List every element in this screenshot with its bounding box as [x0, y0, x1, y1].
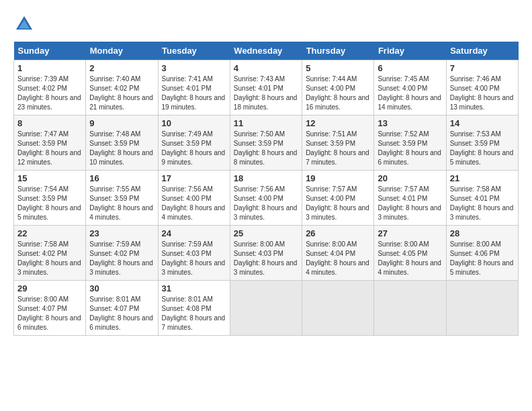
day-detail: Sunrise: 7:54 AMSunset: 3:59 PMDaylight:… [17, 185, 81, 221]
day-detail: Sunrise: 7:59 AMSunset: 4:03 PMDaylight:… [162, 240, 226, 276]
calendar-cell: 30 Sunrise: 8:01 AMSunset: 4:07 PMDaylig… [86, 281, 158, 336]
day-detail: Sunrise: 7:57 AMSunset: 4:00 PMDaylight:… [306, 185, 369, 221]
day-number: 3 [162, 63, 226, 73]
day-detail: Sunrise: 7:46 AMSunset: 4:00 PMDaylight:… [450, 75, 514, 111]
calendar-cell [302, 281, 374, 336]
day-detail: Sunrise: 7:58 AMSunset: 4:02 PMDaylight:… [17, 240, 81, 276]
day-detail: Sunrise: 7:44 AMSunset: 4:00 PMDaylight:… [306, 75, 369, 111]
day-detail: Sunrise: 7:45 AMSunset: 4:00 PMDaylight:… [378, 75, 441, 111]
day-detail: Sunrise: 7:48 AMSunset: 3:59 PMDaylight:… [89, 130, 153, 166]
day-number: 8 [17, 118, 82, 128]
calendar-cell: 5 Sunrise: 7:44 AMSunset: 4:00 PMDayligh… [302, 60, 374, 116]
day-number: 14 [450, 118, 515, 128]
day-detail: Sunrise: 8:01 AMSunset: 4:08 PMDaylight:… [162, 295, 226, 331]
calendar-cell: 2 Sunrise: 7:40 AMSunset: 4:02 PMDayligh… [86, 60, 158, 116]
day-detail: Sunrise: 7:55 AMSunset: 3:59 PMDaylight:… [89, 185, 153, 221]
calendar-cell: 26 Sunrise: 8:00 AMSunset: 4:04 PMDaylig… [302, 226, 374, 281]
calendar-cell: 27 Sunrise: 8:00 AMSunset: 4:05 PMDaylig… [374, 226, 446, 281]
day-number: 4 [234, 63, 298, 73]
day-number: 17 [162, 173, 226, 183]
day-detail: Sunrise: 7:56 AMSunset: 4:00 PMDaylight:… [162, 185, 226, 221]
day-header-wednesday: Wednesday [230, 42, 302, 60]
day-number: 29 [17, 283, 82, 293]
day-header-thursday: Thursday [302, 42, 374, 60]
calendar-cell: 28 Sunrise: 8:00 AMSunset: 4:06 PMDaylig… [446, 226, 518, 281]
day-detail: Sunrise: 7:59 AMSunset: 4:02 PMDaylight:… [89, 240, 153, 276]
day-number: 26 [306, 228, 370, 238]
day-detail: Sunrise: 7:52 AMSunset: 3:59 PMDaylight:… [378, 130, 441, 166]
logo [13, 13, 38, 35]
calendar-cell: 8 Sunrise: 7:47 AMSunset: 3:59 PMDayligh… [14, 116, 86, 171]
day-number: 21 [450, 173, 515, 183]
day-detail: Sunrise: 8:00 AMSunset: 4:03 PMDaylight:… [234, 240, 298, 276]
day-number: 27 [378, 228, 442, 238]
page-header [13, 13, 519, 35]
calendar-cell: 16 Sunrise: 7:55 AMSunset: 3:59 PMDaylig… [86, 171, 158, 226]
day-detail: Sunrise: 8:01 AMSunset: 4:07 PMDaylight:… [89, 295, 153, 331]
calendar-week-row: 15 Sunrise: 7:54 AMSunset: 3:59 PMDaylig… [14, 171, 519, 226]
calendar-cell: 24 Sunrise: 7:59 AMSunset: 4:03 PMDaylig… [158, 226, 230, 281]
day-number: 9 [89, 118, 154, 128]
day-detail: Sunrise: 7:39 AMSunset: 4:02 PMDaylight:… [17, 75, 81, 111]
calendar-cell: 7 Sunrise: 7:46 AMSunset: 4:00 PMDayligh… [446, 60, 518, 116]
day-number: 20 [378, 173, 442, 183]
calendar-cell [230, 281, 302, 336]
day-number: 28 [450, 228, 515, 238]
calendar-cell: 21 Sunrise: 7:58 AMSunset: 4:01 PMDaylig… [446, 171, 518, 226]
calendar-cell: 23 Sunrise: 7:59 AMSunset: 4:02 PMDaylig… [86, 226, 158, 281]
calendar-week-row: 29 Sunrise: 8:00 AMSunset: 4:07 PMDaylig… [14, 281, 519, 336]
day-header-monday: Monday [86, 42, 158, 60]
day-number: 22 [17, 228, 82, 238]
day-number: 25 [234, 228, 298, 238]
day-number: 23 [89, 228, 154, 238]
day-number: 12 [306, 118, 370, 128]
calendar-week-row: 8 Sunrise: 7:47 AMSunset: 3:59 PMDayligh… [14, 116, 519, 171]
calendar-week-row: 1 Sunrise: 7:39 AMSunset: 4:02 PMDayligh… [14, 60, 519, 116]
calendar-cell: 29 Sunrise: 8:00 AMSunset: 4:07 PMDaylig… [14, 281, 86, 336]
day-detail: Sunrise: 7:41 AMSunset: 4:01 PMDaylight:… [162, 75, 226, 111]
day-detail: Sunrise: 7:47 AMSunset: 3:59 PMDaylight:… [17, 130, 81, 166]
day-number: 11 [234, 118, 298, 128]
calendar-cell: 14 Sunrise: 7:53 AMSunset: 3:59 PMDaylig… [446, 116, 518, 171]
day-number: 30 [89, 283, 154, 293]
day-detail: Sunrise: 8:00 AMSunset: 4:04 PMDaylight:… [306, 240, 369, 276]
day-number: 18 [234, 173, 298, 183]
day-header-friday: Friday [374, 42, 446, 60]
day-detail: Sunrise: 8:00 AMSunset: 4:06 PMDaylight:… [450, 240, 514, 276]
calendar-cell: 11 Sunrise: 7:50 AMSunset: 3:59 PMDaylig… [230, 116, 302, 171]
calendar-header-row: SundayMondayTuesdayWednesdayThursdayFrid… [14, 42, 519, 60]
calendar-cell: 10 Sunrise: 7:49 AMSunset: 3:59 PMDaylig… [158, 116, 230, 171]
day-number: 15 [17, 173, 82, 183]
day-detail: Sunrise: 7:51 AMSunset: 3:59 PMDaylight:… [306, 130, 369, 166]
day-number: 7 [450, 63, 515, 73]
calendar-cell [374, 281, 446, 336]
calendar-cell: 6 Sunrise: 7:45 AMSunset: 4:00 PMDayligh… [374, 60, 446, 116]
calendar-cell [446, 281, 518, 336]
calendar-cell: 17 Sunrise: 7:56 AMSunset: 4:00 PMDaylig… [158, 171, 230, 226]
day-header-tuesday: Tuesday [158, 42, 230, 60]
calendar-table: SundayMondayTuesdayWednesdayThursdayFrid… [13, 42, 519, 336]
calendar-cell: 15 Sunrise: 7:54 AMSunset: 3:59 PMDaylig… [14, 171, 86, 226]
calendar-cell: 19 Sunrise: 7:57 AMSunset: 4:00 PMDaylig… [302, 171, 374, 226]
day-number: 5 [306, 63, 370, 73]
calendar-cell: 12 Sunrise: 7:51 AMSunset: 3:59 PMDaylig… [302, 116, 374, 171]
day-header-sunday: Sunday [14, 42, 86, 60]
day-detail: Sunrise: 8:00 AMSunset: 4:07 PMDaylight:… [17, 295, 81, 331]
day-detail: Sunrise: 7:56 AMSunset: 4:00 PMDaylight:… [234, 185, 298, 221]
calendar-week-row: 22 Sunrise: 7:58 AMSunset: 4:02 PMDaylig… [14, 226, 519, 281]
day-detail: Sunrise: 8:00 AMSunset: 4:05 PMDaylight:… [378, 240, 441, 276]
calendar-cell: 22 Sunrise: 7:58 AMSunset: 4:02 PMDaylig… [14, 226, 86, 281]
day-detail: Sunrise: 7:58 AMSunset: 4:01 PMDaylight:… [450, 185, 514, 221]
day-detail: Sunrise: 7:53 AMSunset: 3:59 PMDaylight:… [450, 130, 514, 166]
calendar-cell: 31 Sunrise: 8:01 AMSunset: 4:08 PMDaylig… [158, 281, 230, 336]
day-detail: Sunrise: 7:43 AMSunset: 4:01 PMDaylight:… [234, 75, 298, 111]
day-detail: Sunrise: 7:40 AMSunset: 4:02 PMDaylight:… [89, 75, 153, 111]
day-number: 10 [162, 118, 226, 128]
day-number: 24 [162, 228, 226, 238]
day-number: 6 [378, 63, 442, 73]
day-number: 31 [162, 283, 226, 293]
calendar-cell: 4 Sunrise: 7:43 AMSunset: 4:01 PMDayligh… [230, 60, 302, 116]
calendar-cell: 9 Sunrise: 7:48 AMSunset: 3:59 PMDayligh… [86, 116, 158, 171]
day-header-saturday: Saturday [446, 42, 518, 60]
day-number: 16 [89, 173, 154, 183]
